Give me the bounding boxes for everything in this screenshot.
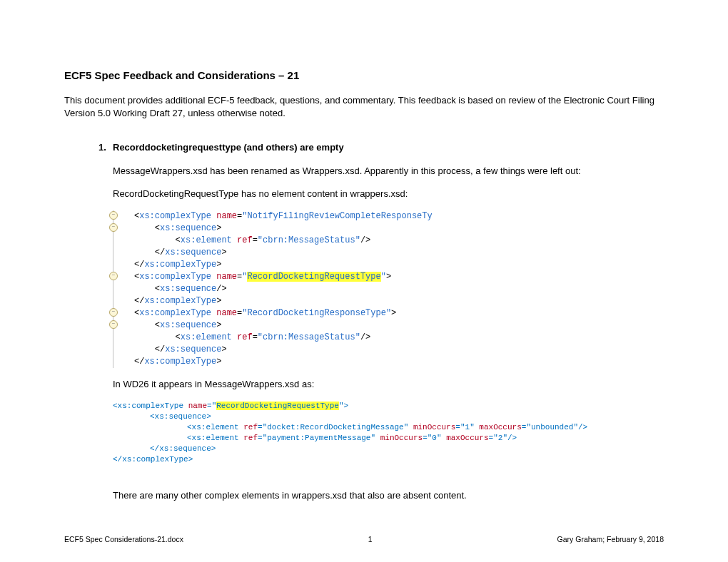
fold-icon [109,320,118,329]
xml-snippet-2: <xs:complexType name="RecordDocketingReq… [113,401,664,465]
footer-page-number: 1 [368,534,373,545]
intro-paragraph: This document provides additional ECF-5 … [64,94,664,120]
code-line: <xs:sequence> [150,412,664,422]
highlight-span: RecordDocketingRequestType [247,272,380,282]
page-title: ECF5 Spec Feedback and Considerations – … [64,68,664,83]
section-heading-row: 1. Recorddocketingrequesttype (and other… [98,141,664,154]
code-line: <xs:complexType name="RecordDocketingReq… [134,271,664,283]
paragraph-4: There are many other complex elements in… [113,489,664,502]
code-line: <xs:complexType name="RecordDocketingRes… [134,307,664,320]
fold-icon [109,211,118,220]
code-line: <xs:element ref="payment:PaymentMessage"… [187,433,664,444]
code-line: <xs:element ref="docket:RecordDocketingM… [187,422,664,433]
code-line: </xs:complexType> [134,259,664,271]
footer-right: Gary Graham; February 9, 2018 [557,534,664,545]
fold-icon [109,308,118,317]
code-line: <xs:sequence/> [134,283,664,295]
paragraph-2: RecordDocketingRequestType has no elemen… [113,188,664,200]
code-line: </xs:sequence> [134,344,664,356]
code-line: <xs:element ref="cbrn:MessageStatus"/> [134,332,664,344]
footer-left: ECF5 Spec Considerations-21.docx [64,534,183,545]
section-number: 1. [98,141,113,154]
fold-icon [109,272,118,280]
code-line: </xs:complexType> [113,454,664,465]
code-line: </xs:complexType> [134,356,664,368]
code-line: <xs:element ref="cbrn:MessageStatus"/> [134,235,664,247]
section-heading: Recorddocketingrequesttype (and others) … [113,141,344,154]
code-line: <xs:sequence> [134,223,664,235]
highlight-span: RecordDocketingRequestType [216,402,339,410]
page-footer: ECF5 Spec Considerations-21.docx 1 Gary … [64,534,664,545]
xml-snippet-1: <xs:complexType name="NotifyFilingReview… [113,210,664,368]
code-line: <xs:sequence> [134,320,664,332]
code-line: </xs:complexType> [134,295,664,307]
code-line: </xs:sequence> [150,444,664,454]
code-line: <xs:complexType name="RecordDocketingReq… [113,401,664,412]
paragraph-1: MessageWrappers.xsd has been renamed as … [113,165,664,178]
code-line: <xs:complexType name="NotifyFilingReview… [134,210,664,223]
section-body: MessageWrappers.xsd has been renamed as … [113,165,664,503]
document-page: ECF5 Spec Feedback and Considerations – … [0,0,728,562]
code-line: </xs:sequence> [134,247,664,259]
fold-gutter [113,210,122,368]
fold-icon [109,223,118,232]
paragraph-3: In WD26 it appears in MessageWrappers.xs… [113,378,664,391]
